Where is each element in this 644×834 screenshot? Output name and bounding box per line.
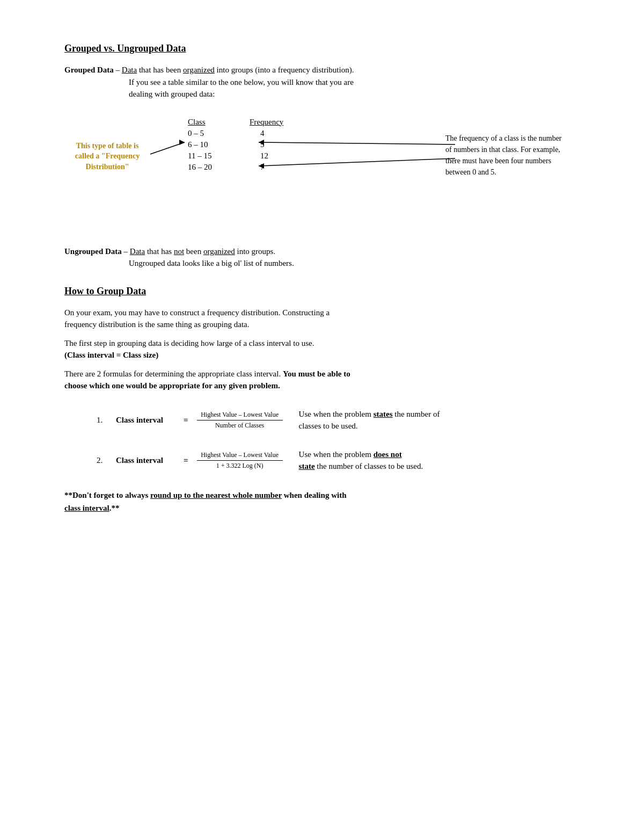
left-annotation-line2: called a "Frequency Distribution" bbox=[75, 152, 140, 171]
formula2-note-plain: Use when the problem bbox=[299, 450, 374, 459]
grouped-text1: Data bbox=[122, 66, 137, 74]
grouped-text3: organized bbox=[183, 66, 215, 74]
page: Grouped vs. Ungrouped Data Grouped Data … bbox=[0, 0, 644, 834]
formula2-numerator: Highest Value – Lowest Value bbox=[197, 451, 283, 461]
left-arrow-head bbox=[179, 140, 185, 145]
ungrouped-text1: Data bbox=[130, 247, 145, 256]
ungrouped-label: Ungrouped Data bbox=[64, 247, 122, 256]
grouped-dash: – bbox=[114, 66, 122, 74]
para1-line1: On your exam, you may have to construct … bbox=[64, 308, 330, 317]
bottom-note-underline: round up to the nearest whole number bbox=[150, 491, 282, 499]
grouped-line3: dealing with grouped data: bbox=[129, 88, 215, 100]
formula1-fraction: Highest Value – Lowest Value Number of C… bbox=[197, 411, 283, 430]
para3-bold: You must be able to bbox=[283, 369, 350, 378]
bottom-note-end: .** bbox=[109, 504, 120, 512]
ungrouped-text6: into groups. bbox=[235, 247, 275, 256]
grouped-text2: that has been bbox=[137, 66, 183, 74]
freq-cell: 4 bbox=[228, 128, 299, 139]
formula1-row: 1. Class interval = Highest Value – Lowe… bbox=[97, 408, 580, 432]
formula2-note-underline1: does not bbox=[374, 450, 402, 459]
formula1-denominator: Number of Classes bbox=[197, 420, 283, 430]
frequency-table: Class Frequency 0 – 5 4 6 – 10 5 11 – 15… bbox=[188, 117, 299, 173]
bottom-note: **Don't forget to always round up to the… bbox=[64, 489, 580, 514]
grouped-data-definition: Grouped Data – Data that has been organi… bbox=[64, 64, 580, 100]
freq-cell: 7 bbox=[228, 162, 299, 173]
left-annotation-line1: This type of table is bbox=[76, 142, 139, 150]
class-cell: 6 – 10 bbox=[188, 139, 228, 150]
para1-line2: frequency distribution is the same thing… bbox=[64, 320, 250, 329]
section-how-to-group: How to Group Data On your exam, you may … bbox=[64, 286, 580, 514]
left-arrow-line bbox=[150, 142, 185, 154]
bottom-note-underline2: class interval bbox=[64, 504, 109, 512]
formula2-fraction: Highest Value – Lowest Value 1 + 3.322 L… bbox=[197, 451, 283, 470]
ungrouped-data-definition: Ungrouped Data – Data that has not been … bbox=[64, 245, 580, 270]
ungrouped-text2: that has bbox=[145, 247, 174, 256]
formula1-label: Class interval bbox=[116, 416, 175, 425]
formula2-number: 2. bbox=[97, 456, 107, 465]
col-frequency-header: Frequency bbox=[228, 117, 299, 128]
formula1-numerator: Highest Value – Lowest Value bbox=[197, 411, 283, 420]
freq-cell: 5 bbox=[228, 139, 299, 150]
section1-title: Grouped vs. Ungrouped Data bbox=[64, 43, 580, 54]
formula1-equals: = bbox=[184, 416, 188, 425]
table-row: 16 – 20 7 bbox=[188, 162, 299, 173]
right-annotation: The frequency of a class is the number o… bbox=[445, 133, 569, 178]
class-cell: 0 – 5 bbox=[188, 128, 228, 139]
class-cell: 16 – 20 bbox=[188, 162, 228, 173]
formula2-note-plain3: the number of classes to be used. bbox=[315, 462, 423, 470]
ungrouped-not: not bbox=[174, 247, 184, 256]
para2: The first step in grouping data is decid… bbox=[64, 337, 580, 361]
right-annotation-text: The frequency of a class is the number o… bbox=[445, 134, 562, 176]
formula2-note: Use when the problem does not state the … bbox=[299, 448, 423, 473]
formula2-note-underline2: state bbox=[299, 462, 315, 470]
class-cell: 11 – 15 bbox=[188, 150, 228, 162]
grouped-line2: If you see a table similar to the one be… bbox=[129, 76, 354, 89]
ungrouped-organized: organized bbox=[203, 247, 235, 256]
table-row: 11 – 15 12 bbox=[188, 150, 299, 162]
formulas-area: 1. Class interval = Highest Value – Lowe… bbox=[97, 408, 580, 473]
bottom-note-mid: when dealing with bbox=[282, 491, 346, 499]
formula1-number: 1. bbox=[97, 416, 107, 425]
ungrouped-dash: – bbox=[122, 247, 130, 256]
left-annotation: This type of table is called a "Frequenc… bbox=[64, 141, 150, 172]
table-header-row: Class Frequency bbox=[188, 117, 299, 128]
formula2-equals: = bbox=[184, 456, 188, 465]
para2-line1: The first step in grouping data is decid… bbox=[64, 339, 314, 347]
grouped-text4: into groups (into a frequency distributi… bbox=[215, 66, 354, 74]
table-row: 0 – 5 4 bbox=[188, 128, 299, 139]
formula1-note-plain: Use when the problem bbox=[299, 410, 374, 418]
formula1-note-underline: states bbox=[374, 410, 393, 418]
ungrouped-line2: Ungrouped data looks like a big ol' list… bbox=[129, 257, 294, 270]
para3-line2: choose which one would be appropriate fo… bbox=[64, 381, 280, 390]
grouped-label: Grouped Data bbox=[64, 66, 114, 74]
ungrouped-text4: been bbox=[184, 247, 203, 256]
formula1-note: Use when the problem states the number o… bbox=[299, 408, 449, 432]
bottom-note-star: **Don't forget to always bbox=[64, 491, 150, 499]
para1: On your exam, you may have to construct … bbox=[64, 307, 580, 331]
formula2-label: Class interval bbox=[116, 456, 175, 465]
section2-title: How to Group Data bbox=[64, 286, 580, 297]
formula2-row: 2. Class interval = Highest Value – Lowe… bbox=[97, 448, 580, 473]
frequency-table-container: Class Frequency 0 – 5 4 6 – 10 5 11 – 15… bbox=[188, 117, 299, 173]
table-row: 6 – 10 5 bbox=[188, 139, 299, 150]
frequency-distribution-diagram: This type of table is called a "Frequenc… bbox=[64, 111, 580, 235]
formula2-denominator: 1 + 3.322 Log (N) bbox=[197, 461, 283, 470]
para3-line1: There are 2 formulas for determining the… bbox=[64, 369, 283, 378]
section-grouped-ungrouped: Grouped vs. Ungrouped Data Grouped Data … bbox=[64, 43, 580, 270]
col-class-header: Class bbox=[188, 117, 228, 128]
para3: There are 2 formulas for determining the… bbox=[64, 368, 580, 392]
para2-line2: (Class interval = Class size) bbox=[64, 351, 158, 359]
freq-cell: 12 bbox=[228, 150, 299, 162]
